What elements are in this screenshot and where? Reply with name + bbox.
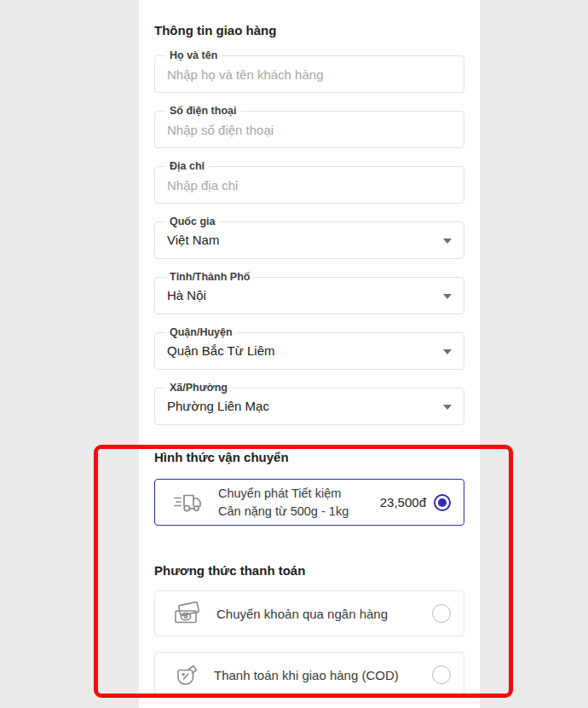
province-label: Tỉnh/Thành Phố bbox=[165, 271, 254, 284]
banknotes-icon bbox=[173, 602, 202, 626]
delivery-truck-icon bbox=[173, 491, 204, 514]
phone-field: Số điện thoại bbox=[154, 111, 464, 148]
ward-label: Xã/Phường bbox=[165, 382, 232, 394]
district-label: Quận/Huyện bbox=[165, 326, 237, 339]
country-label: Quốc gia bbox=[165, 216, 219, 228]
shipping-method-title: Hình thức vận chuyển bbox=[154, 450, 464, 465]
payment-option-text: Thanh toán khi giao hàng (COD) bbox=[214, 666, 399, 684]
checkout-shipping-panel: Thông tin giao hàng Họ và tên Số điện th… bbox=[139, 0, 480, 708]
shipping-option-text: Chuyển phát Tiết kiệm Cân nặng từ 500g -… bbox=[218, 485, 349, 521]
shipping-option-radio[interactable] bbox=[434, 494, 451, 511]
chevron-down-icon bbox=[443, 405, 452, 410]
address-label: Địa chỉ bbox=[165, 160, 209, 173]
bank-transfer-radio[interactable] bbox=[432, 604, 451, 623]
payment-method-title: Phương thức thanh toán bbox=[154, 563, 464, 578]
ward-select[interactable]: Xã/Phường Phường Liên Mạc bbox=[154, 388, 464, 425]
payment-option-name: Chuyển khoản qua ngân hàng bbox=[216, 607, 388, 621]
fullname-field: Họ và tên bbox=[154, 55, 464, 93]
chevron-down-icon bbox=[443, 349, 452, 354]
payment-option-cod[interactable]: Thanh toán khi giao hàng (COD) bbox=[154, 652, 464, 698]
province-select[interactable]: Tỉnh/Thành Phố Hà Nội bbox=[154, 277, 464, 314]
chevron-down-icon bbox=[443, 294, 452, 299]
address-field: Địa chỉ bbox=[154, 166, 464, 204]
chevron-down-icon bbox=[443, 239, 452, 244]
payment-option-name: Thanh toán khi giao hàng (COD) bbox=[214, 668, 399, 682]
fullname-label: Họ và tên bbox=[165, 49, 222, 62]
shipping-option-economy[interactable]: Chuyển phát Tiết kiệm Cân nặng từ 500g -… bbox=[154, 479, 464, 526]
shipping-info-title: Thông tin giao hàng bbox=[154, 23, 464, 38]
payment-option-text: Chuyển khoản qua ngân hàng bbox=[216, 605, 388, 623]
country-select[interactable]: Quốc gia Việt Nam bbox=[154, 222, 464, 259]
cod-radio[interactable] bbox=[432, 665, 451, 684]
payment-option-bank-transfer[interactable]: Chuyển khoản qua ngân hàng bbox=[154, 590, 464, 636]
shipping-option-weight: Cân nặng từ 500g - 1kg bbox=[218, 503, 349, 521]
district-select[interactable]: Quận/Huyện Quận Bắc Từ Liêm bbox=[154, 332, 464, 370]
shipping-price: 23,500đ bbox=[380, 495, 426, 509]
cod-wallet-icon bbox=[173, 662, 199, 688]
phone-label: Số điện thoại bbox=[165, 105, 240, 118]
shipping-option-name: Chuyển phát Tiết kiệm bbox=[218, 485, 349, 503]
